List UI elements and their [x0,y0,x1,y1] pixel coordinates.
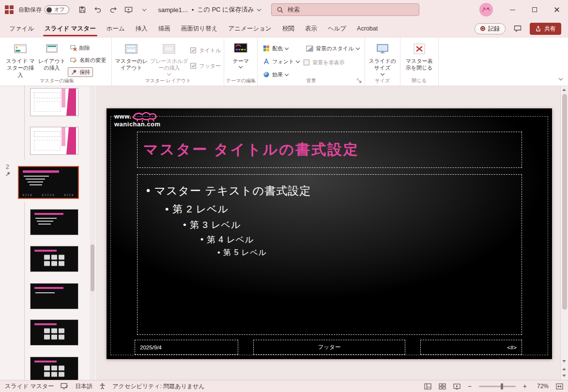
zoom-in-button[interactable]: + [523,382,527,390]
slideshow-view-button[interactable] [453,383,461,390]
footer-checkbox[interactable]: フッター [190,61,221,71]
insert-slide-master-button[interactable]: スライド マスターの挿入 [5,40,36,78]
background-dialog-launcher[interactable] [357,78,363,84]
tab-file[interactable]: ファイル [4,19,39,38]
close-button[interactable] [546,0,568,19]
scroll-down-arrow[interactable] [562,360,566,362]
title-checkbox[interactable]: タイトル [190,45,221,55]
thumb-art [34,287,63,289]
accessibility-status[interactable]: アクセシビリティ: 問題ありません [112,382,204,391]
status-bar: スライド マスター 日本語 アクセシビリティ: 問題ありません − [0,380,568,392]
previous-slide-button[interactable] [562,368,566,370]
normal-view-button[interactable] [424,383,431,390]
language-status[interactable]: 日本語 [75,382,92,391]
redo-button[interactable] [107,3,120,16]
search-box[interactable]: 検索 [271,3,419,16]
autosave-toggle[interactable]: オフ [45,5,69,14]
tab-view[interactable]: 表示 [300,19,322,38]
title-placeholder[interactable]: マスター タイトルの書式設定 [137,132,522,168]
fonts-button[interactable]: フォント [261,57,302,66]
thumb-art [23,194,31,196]
body-level-3: • 第 3 レベル [183,219,522,231]
thumb-art [66,89,76,116]
delete-label: 削除 [79,45,90,52]
accessibility-icon[interactable] [99,383,106,390]
thumb-art [34,101,61,112]
layout-thumbnail[interactable] [30,283,78,309]
collapse-ribbon-button[interactable] [559,73,562,82]
file-name-menu[interactable]: sample1… • この PC に保存済み [158,5,261,14]
tab-review[interactable]: 校閲 [277,19,300,38]
search-icon [277,7,283,13]
slide-size-button[interactable]: スライドのサイズ [368,40,397,75]
delete-button[interactable]: 削除 [68,43,108,53]
fit-to-window-button[interactable] [556,383,563,390]
body-level-1: • マスター テキストの書式設定 [146,183,522,198]
tab-acrobat[interactable]: Acrobat [352,19,383,38]
qat-customize-chevron[interactable] [138,3,151,16]
insert-layout-button[interactable]: レイアウトの挿入 [38,40,66,72]
insert-layout-label: レイアウトの挿入 [38,58,66,72]
slide-number-placeholder[interactable]: <#> [420,340,522,355]
preserve-button[interactable]: 保持 [68,67,93,77]
thumbnail-scrollbar[interactable] [90,86,95,380]
layout-thumbnail[interactable] [30,127,78,155]
group-label-master-layout: マスター レイアウト [112,77,224,84]
main-scrollbar-thumb[interactable] [562,94,567,310]
tab-insert[interactable]: 挿入 [130,19,153,38]
tab-slide-master[interactable]: スライド マスター [39,19,101,38]
slideshow-button[interactable] [123,3,135,16]
layout-thumbnail[interactable] [30,246,78,272]
slide-sorter-button[interactable] [439,383,446,390]
hide-background-checkbox[interactable]: 背景を非表示 [304,58,361,67]
display-settings-icon[interactable] [61,383,68,390]
share-button[interactable]: 共有 [530,23,561,35]
close-master-button[interactable]: マスター表示を閉じる [403,40,435,72]
zoom-out-button[interactable]: − [468,382,472,390]
tab-home[interactable]: ホーム [101,19,130,38]
rename-button[interactable]: 名前の変更 [68,55,108,65]
colors-button[interactable]: 配色 [261,44,302,53]
tab-draw[interactable]: 描画 [153,19,176,38]
group-size: スライドのサイズ サイズ [365,38,400,86]
layout-thumbnail[interactable] [30,357,78,380]
group-background: 配色 フォント 効果 背景のスタイル [258,38,365,86]
tab-help[interactable]: ヘルプ [322,19,352,38]
thumbnail-tree-line [24,202,25,380]
date-placeholder[interactable]: 2025/9/4 [135,340,238,355]
zoom-slider-thumb[interactable] [501,383,503,390]
group-edit-theme: テーマ テーマの編集 [224,38,258,86]
thumb-art [23,170,59,173]
layout-thumbnail[interactable] [30,319,78,346]
zoom-slider[interactable] [479,386,516,387]
footer-placeholder[interactable]: フッター [253,340,405,355]
zoom-percentage[interactable]: 72% [534,383,549,390]
layout-thumbnail[interactable] [30,88,78,116]
tab-animations[interactable]: アニメーション [223,19,276,38]
body-placeholder[interactable]: • マスター テキストの書式設定 • 第 2 レベル • 第 3 レベル • 第… [137,174,522,335]
save-button[interactable] [76,3,89,16]
themes-button[interactable]: テーマ [227,40,254,68]
slide-master-thumbnail-selected[interactable] [18,166,79,199]
master-layout-button[interactable]: マスターのレイアウト [115,40,148,72]
insert-placeholder-button[interactable]: プレースホルダーの挿入 [150,40,188,75]
undo-button[interactable] [92,3,104,16]
avatar[interactable] [479,3,493,16]
minimize-button[interactable] [501,0,523,19]
next-slide-button[interactable] [562,375,566,377]
thumb-art [34,131,61,137]
group-label-edit-theme: テーマの編集 [224,77,257,84]
background-styles-button[interactable]: 背景のスタイル [304,44,361,53]
tab-transitions[interactable]: 画面切り替え [176,19,223,38]
record-button[interactable]: 記録 [475,23,506,34]
thumbnail-scrollbar-thumb[interactable] [91,244,94,291]
maximize-button[interactable] [523,0,546,19]
close-master-icon [413,42,426,56]
tab-actions: 記録 共有 [475,19,568,38]
scroll-up-arrow[interactable] [562,89,566,91]
comments-button[interactable] [511,23,524,34]
preserved-pin-icon [5,171,11,177]
colors-icon [263,45,270,52]
layout-thumbnail[interactable] [30,209,78,235]
main-scrollbar[interactable] [560,86,568,380]
